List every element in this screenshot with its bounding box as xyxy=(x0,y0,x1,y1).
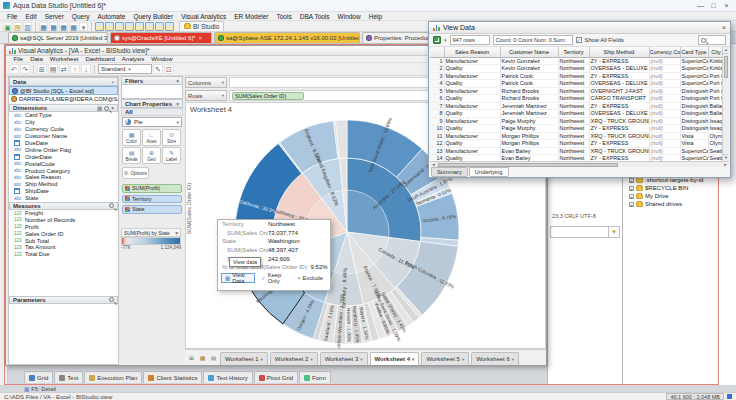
layout-icon[interactable] xyxy=(145,22,154,31)
menu-item-query-builder[interactable]: Query Builder xyxy=(129,13,177,20)
scroll-down-icon[interactable]: ▼ xyxy=(723,154,729,161)
layout-icon[interactable] xyxy=(125,22,134,31)
va-menu-item-data[interactable]: Data xyxy=(27,56,47,62)
measure-item[interactable]: 123Sales Order ID xyxy=(9,230,118,237)
geo-button[interactable]: ⊕Geo xyxy=(142,147,161,164)
dimension-item[interactable]: OrderDate xyxy=(9,153,118,160)
dimension-item[interactable]: abcCard Type xyxy=(9,112,118,119)
menu-item-automate[interactable]: Automate xyxy=(94,13,130,20)
show-tabs-icon[interactable]: ▤ xyxy=(209,354,218,363)
undo-icon[interactable]: ↶ xyxy=(9,64,19,74)
worksheet-tab[interactable]: Worksheet 2▾ xyxy=(270,352,318,365)
result-tab-text[interactable]: Text xyxy=(54,371,83,383)
menu-item-tools[interactable]: Tools xyxy=(273,13,296,20)
va-menu-item-dashboard[interactable]: Dashboard xyxy=(82,56,118,62)
table-icon[interactable]: ▦ xyxy=(59,22,68,31)
pie-slice-other[interactable] xyxy=(387,292,414,327)
vertical-scrollbar[interactable]: ▲ ▼ xyxy=(722,47,729,161)
funnel-icon[interactable]: ▼ xyxy=(608,227,619,237)
worksheet-tab[interactable]: Worksheet 4▾ xyxy=(370,352,420,365)
pie-slice-hamburg[interactable] xyxy=(351,305,363,344)
table-row[interactable]: 1ManufacturerKevin GonzalezNorthwestZY -… xyxy=(430,57,724,65)
table-row[interactable]: 6QualityRichard BrooksNorthwestCARGO TRA… xyxy=(430,95,724,103)
table-row[interactable]: 12QualityMorgan PhillipsNorthwestZY - EX… xyxy=(430,140,724,148)
menu-item-window[interactable]: Window xyxy=(334,13,365,20)
pie-slice-other[interactable] xyxy=(368,301,386,339)
pie-slice-other[interactable] xyxy=(278,143,302,174)
va-menu-item-worksheet[interactable]: Worksheet xyxy=(46,56,82,62)
break-button[interactable]: ▤Break xyxy=(122,147,141,164)
columns-shelf-button[interactable]: Columns ▾ xyxy=(185,77,227,88)
layout-icon[interactable] xyxy=(105,22,114,31)
va-menu-item-analysis[interactable]: Analysis xyxy=(118,56,147,62)
chevron-down-icon[interactable]: ▾ xyxy=(444,37,447,43)
menu-item-visual-analytics[interactable]: Visual Analytics xyxy=(177,13,230,20)
worksheet-tab[interactable]: Worksheet 3▾ xyxy=(320,352,368,365)
mark-pill[interactable]: Territory xyxy=(122,195,182,204)
scroll-thumb[interactable] xyxy=(724,56,728,78)
close-button[interactable]: × xyxy=(720,2,733,9)
dimension-item[interactable]: abcCustomer Name xyxy=(9,133,118,140)
expand-icon[interactable]: + xyxy=(629,202,634,207)
mark-pill[interactable]: SUM(Profit) xyxy=(122,184,182,193)
measure-item[interactable]: 123Number of Records xyxy=(9,216,118,223)
axes-button[interactable]: ∟Axes xyxy=(142,129,161,146)
filter-input[interactable]: ▼ xyxy=(550,226,620,238)
filters-header[interactable]: Filters ▾ xyxy=(121,76,183,85)
dimension-item[interactable]: abcState xyxy=(9,195,118,202)
document-tab[interactable]: sa@Sybase ASE 172.24.1.145 v16.00.02 [Un… xyxy=(214,32,360,43)
minimize-button[interactable]: — xyxy=(694,2,707,9)
chart-properties-header[interactable]: Chart Properties ▾ xyxy=(121,99,183,108)
column-header[interactable]: Sales Reason xyxy=(444,47,500,57)
pie-slice-south-australia[interactable] xyxy=(411,176,450,203)
menu-item-server[interactable]: Server xyxy=(41,13,68,20)
legend-header[interactable]: SUM(Profit) by State ▾ xyxy=(121,228,181,237)
column-header[interactable]: Customer Name xyxy=(500,47,558,57)
pie-slice-bayern[interactable] xyxy=(357,304,372,343)
document-tab[interactable]: sa@SQL Server 2019 [Untitled 3]*× xyxy=(8,32,108,43)
swap-icon[interactable]: ⇄ xyxy=(59,64,69,74)
measures-header[interactable]: Measures xyxy=(9,202,118,210)
export-icon[interactable] xyxy=(433,36,441,44)
sort-asc-icon[interactable]: ↑ xyxy=(70,64,80,74)
result-tab-form[interactable]: Form xyxy=(299,371,331,383)
pie-slice-other[interactable] xyxy=(363,303,379,341)
label-button[interactable]: ✎Label xyxy=(162,147,181,164)
show-all-fields-checkbox[interactable]: ✓ xyxy=(576,37,582,43)
data-panel-header[interactable]: Data ▪ xyxy=(9,77,118,86)
duplicate-icon[interactable]: ▤ xyxy=(48,64,58,74)
bi-studio-tab[interactable]: BI Studio xyxy=(179,21,224,31)
layout-icon[interactable] xyxy=(135,22,144,31)
table-row[interactable]: 7ManufacturerJeremiah MartinezNorthwestZ… xyxy=(430,102,724,110)
menu-item-er-modeler[interactable]: ER Modeler xyxy=(230,13,272,20)
tree-item[interactable]: +Shared drives xyxy=(629,200,703,208)
detail-bar[interactable]: ▦ F5: Detail xyxy=(24,385,56,392)
color-button[interactable]: ▦Color xyxy=(122,129,141,146)
search-icon[interactable] xyxy=(104,106,109,111)
expand-icon[interactable]: + xyxy=(629,194,634,199)
pie-slice-yveline[interactable] xyxy=(373,300,392,337)
dimension-item[interactable]: abcOnline Order Flag xyxy=(9,146,118,153)
pie-slice-saarland[interactable] xyxy=(318,304,338,344)
measure-item[interactable]: 123Total Due xyxy=(9,251,118,258)
menu-item-edit[interactable]: Edit xyxy=(21,13,40,20)
rows-shelf-button[interactable]: Rows ▾ xyxy=(185,90,227,101)
view-data-button[interactable]: ▦View Data xyxy=(221,273,255,283)
va-menu-item-file[interactable]: File xyxy=(10,56,27,62)
data-source-item[interactable]: @BI Studio [SQL - Excel.sql] xyxy=(9,86,118,95)
tree-item[interactable]: +$RECYCLE.BIN xyxy=(629,184,703,192)
sort-desc-icon[interactable]: ↓ xyxy=(81,64,91,74)
menu-item-help[interactable]: Help xyxy=(365,13,386,20)
scroll-up-icon[interactable]: ▲ xyxy=(723,47,729,54)
result-tab-execution-plan[interactable]: Execution Plan xyxy=(84,371,142,383)
pie-slice-seine-paris-[interactable] xyxy=(381,294,407,331)
pie-slice-new-south-wales[interactable] xyxy=(347,120,422,177)
expand-icon[interactable]: + xyxy=(629,186,634,191)
dimension-item[interactable]: DueDate xyxy=(9,140,118,147)
new-file-icon[interactable]: ▣ xyxy=(3,22,12,31)
measure-item[interactable]: 123Freight xyxy=(9,210,118,217)
dimensions-header[interactable]: Dimensions ▦ ▾ xyxy=(9,104,118,112)
search-icon[interactable] xyxy=(109,297,114,302)
dimension-item[interactable]: ShipDate xyxy=(9,188,118,195)
pie-slice-australia[interactable] xyxy=(347,158,421,242)
